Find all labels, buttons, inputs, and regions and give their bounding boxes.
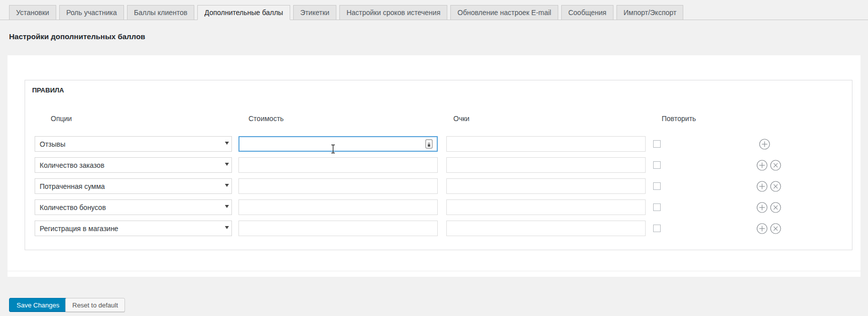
rule-row: Потраченная сумма [25,178,852,194]
tab[interactable]: Баллы клиентов [127,5,195,20]
add-rule-button[interactable] [757,160,768,171]
tab[interactable]: Установки [9,5,56,20]
points-input[interactable] [446,178,646,194]
tab[interactable]: Роль участника [59,5,124,20]
option-select[interactable]: Количество бонусов [35,199,232,215]
option-select[interactable]: Количество заказов [35,157,232,173]
rules-rows: Отзывы Количество за [25,136,852,242]
cost-input[interactable] [238,221,438,236]
settings-panel: ПРАВИЛА Опции Стоимость Очки Повторить О… [8,55,860,277]
rules-fieldset: ПРАВИЛА Опции Стоимость Очки Повторить О… [25,80,852,250]
divider [8,271,860,271]
repeat-checkbox[interactable] [653,182,661,190]
rule-row: Количество заказов [25,157,852,173]
points-input[interactable] [446,199,646,215]
save-button[interactable]: Save Changes [9,298,67,312]
tab[interactable]: Обновление настроек E-mail [450,5,558,20]
repeat-checkbox[interactable] [653,203,661,211]
rules-legend: ПРАВИЛА [32,86,64,94]
remove-rule-button[interactable] [770,160,781,171]
add-rule-button[interactable] [757,223,768,234]
page-title: Настройки дополнительных баллов [0,20,868,41]
points-input[interactable] [446,157,646,173]
repeat-checkbox[interactable] [653,225,661,232]
cost-input[interactable] [238,199,438,215]
column-header-points: Очки [453,115,469,123]
repeat-checkbox[interactable] [653,140,661,148]
autofill-icon [425,139,433,149]
cost-input[interactable] [238,178,438,194]
tab[interactable]: Дополнительные баллы [197,5,290,20]
points-input[interactable] [446,136,646,152]
points-input[interactable] [446,221,646,236]
rule-row: Отзывы [25,136,852,152]
tab-bar: УстановкиРоль участникаБаллы клиентовДоп… [0,0,868,20]
column-header-cost: Стоимость [249,115,284,123]
tab[interactable]: Импорт/Экспорт [616,5,683,20]
option-select[interactable]: Потраченная сумма [35,178,232,194]
column-header-repeat: Повторить [662,115,696,123]
option-select[interactable]: Регистрация в магазине [35,221,232,236]
tab[interactable]: Этикетки [293,5,336,20]
option-select[interactable]: Отзывы [35,136,232,152]
column-header-options: Опции [51,115,72,123]
add-rule-button[interactable] [759,139,770,150]
add-rule-button[interactable] [757,181,768,192]
add-rule-button[interactable] [757,202,768,213]
cost-input[interactable] [238,136,438,152]
repeat-checkbox[interactable] [653,161,661,169]
rule-row: Количество бонусов [25,199,852,215]
remove-rule-button[interactable] [770,223,781,234]
reset-button[interactable]: Reset to default [65,298,125,312]
rule-row: Регистрация в магазине [25,221,852,236]
tab[interactable]: Настройки сроков истечения [339,5,447,20]
remove-rule-button[interactable] [770,202,781,213]
cost-input[interactable] [238,157,438,173]
remove-rule-button[interactable] [770,181,781,192]
tab[interactable]: Сообщения [561,5,613,20]
